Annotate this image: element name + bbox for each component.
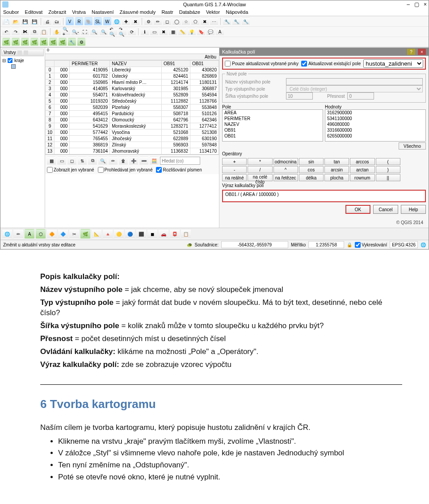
- del-icon[interactable]: ✖: [201, 17, 209, 25]
- copy-icon[interactable]: ⧉: [30, 28, 38, 36]
- manage-icon[interactable]: ⚙: [144, 17, 152, 25]
- attr-edit-icon[interactable]: ✏: [109, 156, 118, 165]
- op-rownum[interactable]: rownum: [350, 174, 374, 181]
- op-div[interactable]: /: [248, 166, 272, 173]
- op-sqrt[interactable]: odmocnina: [273, 158, 298, 165]
- node-icon[interactable]: ⬡: [36, 229, 46, 239]
- attr-table-icon[interactable]: ▦: [169, 28, 177, 36]
- op-pow[interactable]: ^: [273, 166, 298, 173]
- osm-icon[interactable]: 🌐: [2, 229, 12, 239]
- table-row[interactable]: 1000601702Ústecký824461826869: [46, 73, 219, 79]
- zoom-in-icon[interactable]: 🔍+: [62, 28, 70, 36]
- op-toint[interactable]: na celé číslo: [248, 174, 272, 181]
- scale-value[interactable]: 1:2355758: [308, 241, 344, 248]
- layers-mini-icon2[interactable]: [24, 50, 28, 55]
- op-length[interactable]: délka: [299, 174, 324, 181]
- ed-icon-3[interactable]: ✂: [69, 229, 79, 239]
- grass-icon4[interactable]: 🌿: [30, 38, 38, 46]
- composer-icon[interactable]: 🗂: [53, 17, 61, 25]
- lock-icon[interactable]: 🔒: [347, 242, 352, 247]
- pan-icon[interactable]: ✋: [53, 28, 61, 36]
- attr-select-icon[interactable]: ▭: [57, 156, 66, 165]
- remove-layer-icon[interactable]: ✖: [131, 17, 139, 25]
- ed-icon-8[interactable]: 🔵: [125, 229, 135, 239]
- add-sl-icon[interactable]: SL: [94, 17, 102, 25]
- table-row[interactable]: 7000495415Pardubický508718510126: [46, 111, 219, 117]
- ed-icon-9[interactable]: ⬛: [136, 229, 146, 239]
- menu-rastr[interactable]: Rastr: [161, 9, 173, 15]
- new-shp-icon[interactable]: ✚: [122, 17, 130, 25]
- add-raster-icon[interactable]: R: [75, 17, 83, 25]
- menu-napoveda[interactable]: Nápověda: [226, 9, 248, 15]
- zoom-last-icon[interactable]: ↶🔍: [109, 28, 117, 36]
- expand-icon[interactable]: ⊟: [2, 58, 6, 63]
- window-maximize[interactable]: ▢: [414, 1, 419, 8]
- measure-icon[interactable]: 📏: [178, 28, 186, 36]
- add-pg-icon[interactable]: 🐘: [84, 17, 93, 25]
- coord-value[interactable]: -564332,-955979: [221, 241, 288, 248]
- zoom-full-icon[interactable]: ⛶: [81, 28, 89, 36]
- zoom-layer-icon[interactable]: 🔍: [100, 28, 108, 36]
- table-row[interactable]: 13000736104Jihomoravský11368321134170: [46, 148, 219, 154]
- th-c0[interactable]: [55, 61, 70, 67]
- attr-desel-icon[interactable]: ◻: [67, 156, 76, 165]
- deselect-icon[interactable]: ✖: [160, 28, 168, 36]
- grass-icon1[interactable]: 🌿: [2, 38, 10, 46]
- th-ob01[interactable]: OB01: [190, 61, 219, 67]
- table-row[interactable]: 4000554071Královéhradecký552809554594: [46, 92, 219, 98]
- attr-copy-icon[interactable]: ⧉: [88, 156, 97, 165]
- edit-toggle-icon[interactable]: ✏: [13, 229, 23, 239]
- expression-textarea[interactable]: OB01 / ( AREA / 1000000 ): [222, 190, 426, 202]
- menu-editovat[interactable]: Editovat: [25, 9, 43, 15]
- menu-vektor[interactable]: Vektor: [206, 9, 220, 15]
- cut-icon[interactable]: ✀: [21, 28, 29, 36]
- th-perimeter[interactable]: PERIMETER: [70, 61, 110, 67]
- op-cos[interactable]: cos: [299, 166, 324, 173]
- table-row[interactable]: 8000643412Olomoucký642796642346: [46, 117, 219, 123]
- window-close[interactable]: ×: [424, 1, 427, 8]
- attr-newcol-icon[interactable]: ➕: [129, 156, 138, 165]
- window-minimize[interactable]: –: [407, 1, 410, 8]
- identify-icon[interactable]: ℹ: [141, 28, 149, 36]
- chk-search-selected[interactable]: Prohledávat jen vybrané: [98, 167, 153, 173]
- op-arcsin[interactable]: arcsin: [324, 166, 349, 173]
- th-ob91[interactable]: OB91: [162, 61, 190, 67]
- list-item[interactable]: 6265000000: [325, 133, 425, 139]
- op-rparen[interactable]: ): [376, 166, 400, 173]
- grass-icon5[interactable]: 🌿: [40, 38, 48, 46]
- cancel-button[interactable]: Cancel: [373, 205, 398, 214]
- ed-icon-1[interactable]: 🔶: [47, 229, 57, 239]
- tool-b-icon[interactable]: 🔧: [232, 17, 240, 25]
- dialog-help-icon[interactable]: ?: [407, 49, 415, 55]
- dialog-close-icon[interactable]: ×: [418, 49, 426, 55]
- op-minus[interactable]: -: [222, 166, 247, 173]
- menu-databaze[interactable]: Databáze: [179, 9, 200, 15]
- fields-listbox[interactable]: AREA PERIMETER NAZEV OB91 OB01: [222, 109, 323, 142]
- tips-icon[interactable]: 💡: [188, 28, 196, 36]
- render-checkbox[interactable]: Vykreslování: [355, 242, 387, 248]
- ed-icon-4[interactable]: 🌿: [80, 229, 90, 239]
- attr-del-icon[interactable]: 🗑: [119, 156, 128, 165]
- table-row[interactable]: 3000414085Karlovarský301985306887: [46, 86, 219, 92]
- grass-icon8[interactable]: 🔧: [68, 38, 76, 46]
- menu-zobrazit[interactable]: Zobrazit: [48, 9, 66, 15]
- layer-item-kraje[interactable]: ⊟ kraje: [1, 57, 44, 64]
- table-row[interactable]: 11000765455Jihočeský622889630190: [46, 136, 219, 142]
- menu-nastaveni[interactable]: Nastavení: [92, 9, 114, 15]
- ed-icon-7[interactable]: 🟡: [114, 229, 124, 239]
- shape3-icon[interactable]: ☆: [182, 17, 190, 25]
- op-area[interactable]: plocha: [324, 174, 349, 181]
- list-item[interactable]: OB91: [223, 127, 323, 133]
- list-item[interactable]: 3316600000: [325, 127, 425, 133]
- undo-icon[interactable]: ↶: [2, 28, 10, 36]
- attr-delcol-icon[interactable]: ➖: [139, 156, 148, 165]
- props-icon[interactable]: ⋯: [210, 17, 218, 25]
- redo-icon[interactable]: ↷: [12, 28, 20, 36]
- list-item[interactable]: NAZEV: [223, 121, 323, 127]
- table-row[interactable]: 0000419095Liberecký425120430820: [46, 67, 219, 73]
- table-row[interactable]: 9000541629Moravskoslezský12832711277412: [46, 123, 219, 129]
- refresh-icon[interactable]: ⟳: [128, 28, 136, 36]
- attr-calc-icon[interactable]: 🧮: [150, 156, 159, 165]
- list-item[interactable]: 3162900000: [325, 110, 425, 116]
- label-icon[interactable]: A: [216, 28, 224, 36]
